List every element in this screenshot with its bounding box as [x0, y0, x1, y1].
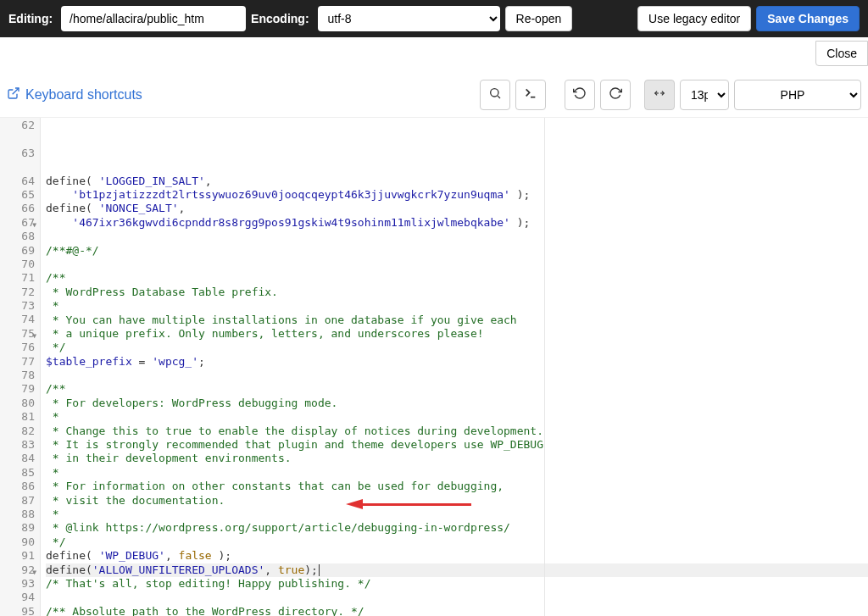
- terminal-button[interactable]: [515, 80, 546, 110]
- editor-toolbar: Keyboard shortcuts 13px PHP: [0, 76, 868, 118]
- editing-path-input[interactable]: [61, 6, 246, 31]
- save-changes-button[interactable]: Save Changes: [756, 6, 860, 31]
- external-link-icon: [7, 86, 20, 103]
- redo-icon: [609, 86, 622, 103]
- use-legacy-editor-button[interactable]: Use legacy editor: [637, 6, 751, 31]
- close-button[interactable]: Close: [815, 41, 868, 66]
- code-editor[interactable]: 6263646566676869707172737475767778798081…: [0, 118, 868, 616]
- print-margin: [544, 118, 545, 616]
- encoding-label: Encoding:: [251, 12, 309, 25]
- editing-label: Editing:: [8, 12, 53, 25]
- svg-line-2: [498, 96, 500, 98]
- line-number-gutter: 6263646566676869707172737475767778798081…: [0, 118, 41, 616]
- redo-button[interactable]: [600, 80, 631, 110]
- terminal-icon: [524, 86, 537, 103]
- code-content[interactable]: define( 'LOGGED_IN_SALT', 'bt1pzjatizzzd…: [41, 118, 868, 616]
- language-select[interactable]: PHP: [734, 80, 861, 110]
- search-icon: [488, 86, 502, 103]
- undo-icon: [573, 86, 587, 103]
- wrap-button[interactable]: [644, 80, 675, 110]
- search-button[interactable]: [480, 80, 510, 110]
- keyboard-shortcuts-link[interactable]: Keyboard shortcuts: [7, 86, 142, 103]
- wrap-icon: [652, 87, 667, 103]
- keyboard-shortcuts-label: Keyboard shortcuts: [25, 87, 142, 103]
- svg-point-1: [491, 89, 498, 97]
- undo-button[interactable]: [565, 80, 595, 110]
- reopen-button[interactable]: Re-open: [505, 6, 573, 31]
- second-row: Close: [0, 37, 868, 76]
- font-size-select[interactable]: 13px: [680, 80, 729, 110]
- svg-line-0: [13, 88, 19, 94]
- topbar: Editing: Encoding: utf-8 Re-open Use leg…: [0, 0, 868, 37]
- encoding-select[interactable]: utf-8: [318, 6, 500, 31]
